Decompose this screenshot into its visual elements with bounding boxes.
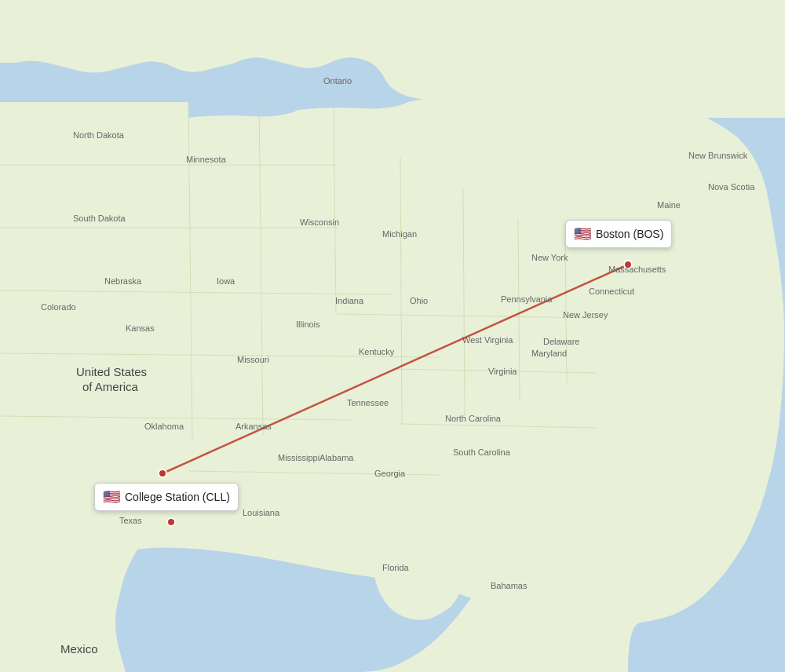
- svg-point-18: [624, 261, 632, 268]
- map-container: North Dakota South Dakota Nebraska Kansa…: [0, 0, 785, 672]
- college-station-label: 🇺🇸 College Station (CLL): [94, 483, 239, 511]
- svg-point-20: [167, 518, 175, 526]
- college-station-text: College Station (CLL): [125, 491, 230, 503]
- map-svg: [0, 0, 785, 672]
- college-station-flag: 🇺🇸: [103, 488, 120, 506]
- svg-point-19: [159, 469, 166, 477]
- boston-text: Boston (BOS): [596, 228, 663, 240]
- boston-label: 🇺🇸 Boston (BOS): [565, 220, 672, 248]
- boston-flag: 🇺🇸: [574, 225, 591, 243]
